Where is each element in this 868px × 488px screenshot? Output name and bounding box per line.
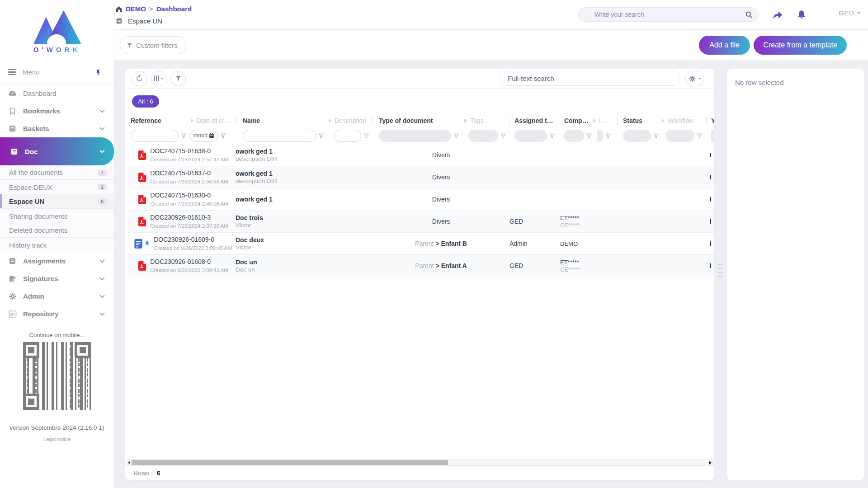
table-row[interactable]: DOC230926-01610-3Created on 7/15/2024 2:… bbox=[128, 210, 714, 232]
date-placeholder: mm/d bbox=[193, 132, 208, 139]
columns-button[interactable] bbox=[151, 71, 166, 86]
notifications-button[interactable] bbox=[795, 8, 808, 22]
table-row[interactable]: w DOC230926-01609-0Created on 9/26/2023 … bbox=[128, 232, 714, 254]
sidebar-menu-toggle[interactable]: Menu bbox=[0, 60, 114, 84]
funnel-icon bbox=[127, 42, 132, 48]
share-icon bbox=[772, 10, 783, 20]
sidebar-item-admin[interactable]: Admin bbox=[0, 287, 114, 305]
filter-cell-y bbox=[707, 127, 714, 144]
chevron-down-icon bbox=[99, 148, 104, 153]
sidebar-item-label: Assignments bbox=[23, 257, 100, 265]
column-header-status[interactable]: Status bbox=[618, 114, 661, 127]
horizontal-scrollbar[interactable] bbox=[127, 460, 713, 465]
table-row[interactable]: DOC240715-01630-0Created on 7/15/2024 2:… bbox=[128, 188, 714, 210]
panel-resize-handle[interactable] bbox=[717, 263, 723, 280]
add-file-button[interactable]: Add a file bbox=[699, 36, 750, 55]
sidebar-item-espace-un[interactable]: Espace UN 6 bbox=[0, 194, 114, 209]
cta-group: Add a file Create from a template bbox=[699, 36, 847, 55]
breadcrumb-root[interactable]: DEMO bbox=[126, 5, 146, 13]
funnel-icon[interactable] bbox=[605, 133, 611, 139]
funnel-icon[interactable] bbox=[181, 133, 187, 139]
column-header-name[interactable]: Name bbox=[236, 114, 328, 127]
sidebar-item-all-documents[interactable]: All the documents 7 bbox=[0, 165, 114, 180]
table-row[interactable]: DOC240715-01637-0Created on 7/15/2024 2:… bbox=[128, 166, 714, 188]
pin-icon[interactable] bbox=[95, 69, 101, 76]
table-filter-row: mm/d bbox=[128, 127, 714, 144]
column-header-description[interactable]: Description bbox=[328, 114, 373, 127]
column-header-type[interactable]: Type of document bbox=[373, 114, 463, 127]
filter-cell-reference bbox=[128, 127, 190, 144]
name-filter-input[interactable] bbox=[243, 130, 316, 142]
funnel-icon[interactable] bbox=[586, 133, 592, 139]
funnel-icon[interactable] bbox=[363, 133, 369, 139]
search-icon[interactable] bbox=[745, 11, 753, 19]
filter-button[interactable] bbox=[170, 71, 186, 86]
doc-comp-line1: DEMO bbox=[560, 240, 618, 247]
doc-comp-line2: CE***** bbox=[560, 222, 618, 229]
doc-comp-line1: ET***** bbox=[560, 215, 618, 221]
doc-name: Doc un bbox=[236, 258, 373, 266]
doc-created: Created on 7/15/2024 2:56:50 AM bbox=[150, 179, 228, 184]
filter-cell-type bbox=[373, 127, 463, 144]
sidebar-item-baskets[interactable]: Baskets bbox=[0, 120, 114, 137]
funnel-icon[interactable] bbox=[549, 133, 555, 139]
sub-item-label: Deleted documents bbox=[9, 226, 107, 234]
user-menu[interactable]: GED bbox=[839, 9, 861, 17]
column-header-workflow[interactable]: Workflow bbox=[661, 114, 707, 127]
sidebar-item-bookmarks[interactable]: Bookmarks bbox=[0, 102, 114, 120]
custom-filters-button[interactable]: Custom filters bbox=[120, 36, 186, 54]
funnel-icon[interactable] bbox=[500, 133, 506, 139]
filter-cell-comp bbox=[560, 127, 592, 144]
app-logo[interactable]: O'WORK bbox=[0, 0, 114, 60]
scroll-left-arrow[interactable] bbox=[128, 461, 130, 465]
table-row[interactable]: DOC230926-01608-0Created on 9/26/2023 3:… bbox=[128, 254, 714, 277]
description-filter-input[interactable] bbox=[334, 130, 361, 142]
breadcrumb-current[interactable]: Dashboard bbox=[156, 5, 192, 13]
column-header-assigned[interactable]: Assigned t… bbox=[509, 114, 560, 127]
funnel-icon[interactable] bbox=[653, 133, 659, 139]
doc-name: owork ged 1 bbox=[236, 148, 373, 155]
sidebar-item-repository[interactable]: Repository bbox=[0, 305, 114, 323]
column-header-reference[interactable]: Reference bbox=[128, 114, 190, 127]
column-header-tags[interactable]: Tags bbox=[463, 114, 509, 127]
chevron-down-icon bbox=[99, 275, 104, 280]
date-filter-input[interactable]: mm/d bbox=[190, 130, 218, 142]
sidebar-item-signatures[interactable]: Signatures bbox=[0, 270, 114, 287]
sidebar-item-sharing-documents[interactable]: Sharing documents bbox=[0, 209, 114, 223]
scroll-right-arrow[interactable] bbox=[709, 461, 712, 465]
sidebar-item-espace-deux[interactable]: Espace DEUX 1 bbox=[0, 180, 114, 194]
sort-arrow-icon bbox=[329, 118, 331, 123]
sidebar-item-assignments[interactable]: Assignments bbox=[0, 252, 114, 270]
funnel-icon[interactable] bbox=[697, 133, 703, 139]
sidebar-item-label: Signatures bbox=[23, 275, 100, 282]
share-button[interactable] bbox=[771, 8, 784, 22]
table-settings-button[interactable] bbox=[685, 71, 704, 86]
all-count-pill[interactable]: All : 6 bbox=[132, 95, 159, 108]
funnel-icon[interactable] bbox=[220, 133, 226, 139]
column-header-date[interactable]: Date of cr… bbox=[190, 114, 236, 127]
global-search[interactable] bbox=[578, 7, 759, 22]
column-header-i[interactable]: I… bbox=[592, 114, 618, 127]
home-icon[interactable] bbox=[115, 5, 123, 12]
fulltext-search-input[interactable] bbox=[508, 75, 674, 82]
refresh-button[interactable] bbox=[132, 71, 147, 86]
filter-cell-date: mm/d bbox=[190, 127, 236, 144]
table-row[interactable]: DOC240715-01638-0Created on 7/15/2024 2:… bbox=[128, 144, 714, 166]
global-search-input[interactable] bbox=[594, 11, 745, 18]
create-from-template-button[interactable]: Create from a template bbox=[754, 36, 847, 55]
workflow-filter-disabled bbox=[665, 130, 694, 142]
scrollbar-thumb[interactable] bbox=[132, 460, 448, 465]
sidebar-item-deleted-documents[interactable]: Deleted documents bbox=[0, 223, 114, 238]
sidebar-item-label: Repository bbox=[23, 310, 100, 318]
reference-filter-input[interactable] bbox=[131, 130, 179, 142]
legal-notice-link[interactable]: Legal notice bbox=[0, 436, 114, 442]
funnel-icon[interactable] bbox=[318, 133, 324, 139]
fulltext-search[interactable] bbox=[500, 71, 680, 86]
sidebar-item-dashboard[interactable]: Dashboard bbox=[0, 84, 114, 102]
column-header-y[interactable]: Y bbox=[707, 114, 714, 127]
column-header-comp[interactable]: Comp… bbox=[560, 114, 592, 127]
sidebar-item-doc-active[interactable]: Doc bbox=[0, 137, 114, 165]
funnel-icon[interactable] bbox=[453, 133, 459, 139]
sidebar-item-history-track[interactable]: History track bbox=[0, 238, 114, 252]
signature-pen-icon bbox=[8, 274, 17, 283]
